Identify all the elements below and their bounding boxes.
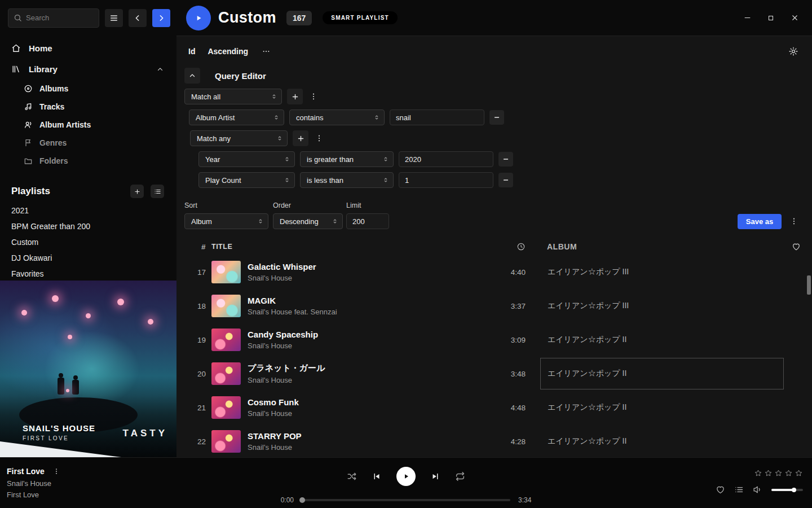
match-any-select[interactable]: Match any — [190, 130, 288, 146]
maximize-button[interactable] — [759, 7, 783, 29]
artwork-artist: SNAIL'S HOUSE — [23, 423, 95, 433]
volume-icon[interactable] — [753, 485, 762, 494]
sidebar-item-home[interactable]: Home — [0, 36, 176, 59]
add-group-rule-button[interactable] — [293, 130, 308, 146]
query-root-row: Match all — [184, 89, 800, 104]
table-row[interactable]: 21 Cosmo Funk Snail's House 4:48 エイリアン☆ポ… — [176, 391, 812, 424]
rule-operator-select[interactable]: is less than — [300, 172, 394, 188]
sidebar-item-label: Tracks — [39, 102, 64, 111]
star-icon[interactable] — [774, 469, 783, 478]
table-row[interactable]: 22 STARRY POP Snail's House 4:28 エイリアン☆ポ… — [176, 424, 812, 458]
search-input[interactable] — [26, 14, 94, 22]
rule-operator-select[interactable]: is greater than — [300, 151, 394, 167]
column-index[interactable]: # — [184, 243, 211, 251]
save-as-button[interactable]: Save as — [738, 214, 782, 229]
table-header: # TITLE ALBUM — [176, 238, 812, 255]
rule-value-input[interactable] — [399, 172, 493, 188]
order-select[interactable]: Descending — [273, 213, 343, 229]
player-bar: First Love Snail's House First Love — [0, 457, 812, 508]
repeat-button[interactable] — [455, 471, 465, 481]
minimize-button[interactable] — [735, 7, 759, 29]
rule-field-select[interactable]: Album Artist — [189, 110, 284, 125]
limit-input[interactable] — [346, 213, 389, 229]
close-button[interactable] — [783, 7, 806, 29]
artwork-figure — [72, 380, 79, 395]
track-album-focused[interactable]: エイリアン☆ポップ II — [540, 358, 784, 389]
star-icon[interactable] — [764, 469, 773, 478]
table-row[interactable]: 19 Candy Spaceship Snail's House 3:09 エイ… — [176, 323, 812, 357]
sidebar-item-tracks[interactable]: Tracks — [24, 98, 176, 116]
seek-thumb[interactable] — [299, 497, 305, 503]
remove-rule-button[interactable] — [498, 152, 513, 167]
scrollbar-thumb[interactable] — [807, 275, 811, 295]
rule-field-select[interactable]: Year — [198, 151, 295, 167]
settings-button[interactable] — [787, 45, 800, 58]
remove-rule-button[interactable] — [489, 110, 504, 125]
back-button[interactable] — [129, 9, 147, 27]
playlist-item-custom[interactable]: Custom — [0, 234, 176, 250]
star-icon[interactable] — [795, 469, 803, 478]
column-title[interactable]: TITLE — [211, 243, 492, 251]
shuffle-button[interactable] — [347, 471, 357, 481]
sidebar-item-album-artists[interactable]: Album Artists — [24, 116, 176, 134]
rule-menu-button[interactable] — [308, 91, 319, 102]
play-playlist-button[interactable] — [186, 6, 211, 30]
table-row[interactable]: 18 MAGIK Snail's House feat. Sennzai 3:3… — [176, 289, 812, 323]
column-duration[interactable] — [492, 242, 526, 251]
remove-rule-button[interactable] — [498, 173, 513, 187]
track-duration: 3:09 — [492, 336, 526, 344]
table-row[interactable]: 17 Galactic Whisper Snail's House 4:40 エ… — [176, 255, 812, 289]
track-index: 20 — [184, 370, 211, 378]
playlist-item-dj-okawari[interactable]: DJ Okawari — [0, 250, 176, 266]
column-album[interactable]: ALBUM — [540, 242, 784, 251]
playlist-item-bpm[interactable]: BPM Greater than 200 — [0, 218, 176, 234]
star-icon[interactable] — [784, 469, 793, 478]
clock-icon — [517, 242, 526, 251]
menu-button[interactable] — [105, 9, 123, 27]
sidebar-item-library[interactable]: Library — [0, 59, 176, 80]
updown-caret-icon — [271, 93, 277, 100]
playlist-item-2021[interactable]: 2021 — [0, 203, 176, 218]
match-all-select[interactable]: Match all — [184, 89, 282, 104]
add-playlist-button[interactable] — [130, 185, 144, 198]
lantern-glow — [86, 313, 91, 318]
group-menu-button[interactable] — [314, 133, 325, 144]
rule-field-select[interactable]: Play Count — [198, 172, 295, 188]
now-playing-artwork: SNAIL'S HOUSE FIRST LOVE TASTY — [0, 281, 176, 457]
sort-order-control[interactable]: Ascending — [208, 47, 248, 56]
play-pause-button[interactable] — [396, 467, 416, 486]
lantern-glow — [66, 389, 69, 392]
search-box[interactable] — [8, 8, 99, 28]
volume-thumb[interactable] — [792, 488, 796, 492]
previous-button[interactable] — [372, 471, 382, 481]
forward-button[interactable] — [152, 9, 170, 27]
table-row[interactable]: 20 プラネット・ガール Snail's House 3:48 エイリアン☆ポッ… — [176, 357, 812, 391]
add-rule-button[interactable] — [287, 89, 303, 104]
seek-slider[interactable] — [302, 499, 510, 501]
sort-select[interactable]: Album — [184, 213, 268, 229]
sidebar-item-albums[interactable]: Albums — [24, 80, 176, 98]
heart-icon[interactable] — [716, 485, 725, 494]
now-playing-menu-button[interactable] — [51, 466, 61, 476]
playlist-item-favorites[interactable]: Favorites — [0, 266, 176, 282]
sort-field-control[interactable]: Id — [188, 47, 195, 56]
star-icon[interactable] — [754, 469, 762, 478]
elapsed-time: 0:00 — [275, 496, 294, 504]
collapse-query-editor-button[interactable] — [184, 68, 200, 84]
sort-menu-button[interactable] — [788, 216, 800, 227]
sidebar-item-folders[interactable]: Folders — [24, 152, 176, 170]
column-favorite[interactable] — [786, 242, 801, 251]
rule-value-input[interactable] — [390, 110, 484, 125]
chevron-up-icon[interactable] — [156, 65, 164, 73]
rule-operator-select[interactable]: contains — [289, 110, 385, 125]
queue-icon[interactable] — [734, 485, 744, 494]
volume-slider[interactable] — [771, 489, 803, 491]
playlist-list-button[interactable] — [151, 185, 164, 198]
skip-back-icon — [372, 471, 382, 481]
rule-value-input[interactable] — [399, 151, 493, 167]
gear-icon — [788, 46, 798, 56]
sidebar-item-genres[interactable]: Genres — [24, 134, 176, 152]
next-button[interactable] — [430, 471, 440, 481]
library-sublist: Albums Tracks Album Artists Genres Folde… — [0, 80, 176, 170]
more-options-button[interactable] — [261, 46, 272, 57]
